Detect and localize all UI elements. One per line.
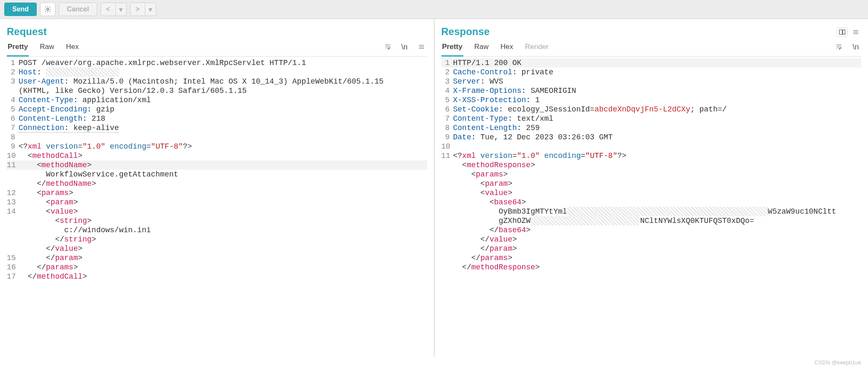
- code-line[interactable]: 5X-XSS-Protection: 1: [441, 95, 862, 105]
- request-pane: Request Pretty Raw Hex \n 1POST /weaver/…: [0, 19, 434, 357]
- line-number: 9: [7, 142, 19, 151]
- tab-hex[interactable]: Hex: [500, 40, 514, 57]
- code-line[interactable]: 4Content-Type: application/xml: [7, 95, 427, 105]
- code-line[interactable]: </param>: [441, 244, 862, 253]
- code-line[interactable]: <params>: [441, 170, 862, 179]
- code-line[interactable]: <value>: [441, 188, 862, 198]
- code-line[interactable]: </methodName>: [7, 179, 427, 188]
- code-line[interactable]: 8Content-Length: 259: [441, 123, 862, 133]
- line-text: HTTP/1.1 200 OK: [453, 58, 862, 68]
- code-line[interactable]: 15 </param>: [7, 253, 427, 263]
- code-line[interactable]: </params>: [441, 253, 862, 263]
- line-text: WorkflowService.getAttachment: [19, 170, 427, 179]
- line-number: [7, 225, 19, 235]
- code-line[interactable]: <base64>: [441, 198, 862, 207]
- code-line[interactable]: 8: [7, 133, 427, 142]
- code-line[interactable]: 7Content-Type: text/xml: [441, 114, 862, 123]
- line-text: POST /weaver/org.apache.xmlrpc.webserver…: [19, 58, 427, 68]
- code-line[interactable]: 10: [441, 142, 862, 151]
- code-line[interactable]: 3User-Agent: Mozilla/5.0 (Macintosh; Int…: [7, 77, 427, 86]
- code-line[interactable]: c://windows/win.ini: [7, 225, 427, 235]
- code-line[interactable]: <methodResponse>: [441, 160, 862, 170]
- line-number: 1: [441, 58, 453, 68]
- tab-pretty[interactable]: Pretty: [7, 40, 29, 57]
- code-line[interactable]: 6Content-Length: 218: [7, 114, 427, 123]
- line-number: 6: [441, 105, 453, 114]
- code-line[interactable]: 6Set-Cookie: ecology_JSessionId=abcdeXnD…: [441, 105, 862, 114]
- code-line[interactable]: 5Accept-Encoding: gzip: [7, 105, 427, 114]
- code-line[interactable]: 11<?xml version="1.0" encoding="UTF-8"?>: [441, 151, 862, 160]
- code-line[interactable]: 9<?xml version="1.0" encoding="UTF-8"?>: [7, 142, 427, 151]
- tab-raw[interactable]: Raw: [473, 40, 490, 57]
- line-text: (KHTML, like Gecko) Version/12.0.3 Safar…: [19, 86, 427, 95]
- code-line[interactable]: </value>: [441, 235, 862, 244]
- tab-hex[interactable]: Hex: [65, 40, 79, 57]
- code-line[interactable]: </methodResponse>: [441, 263, 862, 272]
- tab-render[interactable]: Render: [524, 40, 550, 57]
- line-number: 6: [7, 114, 19, 123]
- request-title: Request: [7, 26, 47, 38]
- hamburger-icon[interactable]: [416, 42, 427, 52]
- code-line[interactable]: </string>: [7, 235, 427, 244]
- line-text: </param>: [19, 253, 427, 263]
- code-line[interactable]: <string>: [7, 216, 427, 225]
- line-text: </value>: [453, 235, 862, 244]
- line-text: User-Agent: Mozilla/5.0 (Macintosh; Inte…: [19, 77, 427, 86]
- line-text: Accept-Encoding: gzip: [19, 105, 427, 114]
- line-number: [441, 235, 453, 244]
- line-number: 7: [7, 123, 19, 133]
- code-line[interactable]: 12 <params>: [7, 188, 427, 198]
- line-text: [19, 133, 427, 142]
- next-group: > ▾: [130, 3, 156, 16]
- code-line[interactable]: 3Server: WVS: [441, 77, 862, 86]
- line-number: 3: [441, 77, 453, 86]
- code-line[interactable]: 10 <methodCall>: [7, 151, 427, 160]
- tab-pretty[interactable]: Pretty: [441, 40, 463, 57]
- code-line[interactable]: 11 <methodName>: [7, 160, 427, 170]
- code-line[interactable]: 2Host: ________________: [7, 68, 427, 77]
- code-line[interactable]: OyBmb3IgMTYtYml_________________________…: [441, 207, 862, 216]
- code-line[interactable]: gZXhOZW________________________NCltNYWls…: [441, 216, 862, 225]
- code-line[interactable]: 2Cache-Control: private: [441, 68, 862, 77]
- line-text: Date: Tue, 12 Dec 2023 03:26:03 GMT: [453, 133, 862, 142]
- code-line[interactable]: <param>: [441, 179, 862, 188]
- code-line[interactable]: </value>: [7, 244, 427, 253]
- tab-raw[interactable]: Raw: [39, 40, 55, 57]
- code-line[interactable]: 13 <param>: [7, 198, 427, 207]
- code-line[interactable]: 9Date: Tue, 12 Dec 2023 03:26:03 GMT: [441, 133, 862, 142]
- line-number: 1: [7, 58, 19, 68]
- line-number: 10: [7, 151, 19, 160]
- response-code[interactable]: 1HTTP/1.1 200 OK2Cache-Control: private3…: [441, 57, 862, 272]
- hamburger-icon[interactable]: [850, 27, 861, 37]
- word-wrap-icon[interactable]: [833, 42, 844, 52]
- line-number: 11: [441, 151, 453, 160]
- line-text: <?xml version="1.0" encoding="UTF-8"?>: [453, 151, 862, 160]
- show-newlines-icon[interactable]: \n: [399, 42, 410, 52]
- send-button[interactable]: Send: [4, 3, 37, 16]
- code-line[interactable]: 14 <value>: [7, 207, 427, 216]
- code-line[interactable]: 7Connection: keep-alive: [7, 123, 427, 133]
- code-line[interactable]: 1POST /weaver/org.apache.xmlrpc.webserve…: [7, 58, 427, 68]
- settings-button[interactable]: [40, 3, 55, 16]
- request-tabs: Pretty Raw Hex \n: [7, 40, 427, 57]
- line-number: 4: [7, 95, 19, 105]
- code-line[interactable]: WorkflowService.getAttachment: [7, 170, 427, 179]
- line-text: Content-Type: text/xml: [453, 114, 862, 123]
- line-text: Host: ________________: [19, 68, 427, 77]
- layout-toggle-icon[interactable]: [837, 27, 848, 37]
- word-wrap-icon[interactable]: [382, 42, 393, 52]
- show-newlines-icon[interactable]: \n: [850, 42, 861, 52]
- line-number: [441, 225, 453, 235]
- line-number: 3: [7, 77, 19, 86]
- line-text: Content-Type: application/xml: [19, 95, 427, 105]
- code-line[interactable]: 1HTTP/1.1 200 OK: [441, 58, 862, 68]
- code-line[interactable]: </base64>: [441, 225, 862, 235]
- line-number: 5: [7, 105, 19, 114]
- request-code[interactable]: 1POST /weaver/org.apache.xmlrpc.webserve…: [7, 57, 427, 281]
- code-line[interactable]: 17 </methodCall>: [7, 272, 427, 281]
- line-number: [7, 86, 19, 95]
- code-line[interactable]: 4X-Frame-Options: SAMEORIGIN: [441, 86, 862, 95]
- code-line[interactable]: (KHTML, like Gecko) Version/12.0.3 Safar…: [7, 86, 427, 95]
- line-text: Server: WVS: [453, 77, 862, 86]
- code-line[interactable]: 16 </params>: [7, 263, 427, 272]
